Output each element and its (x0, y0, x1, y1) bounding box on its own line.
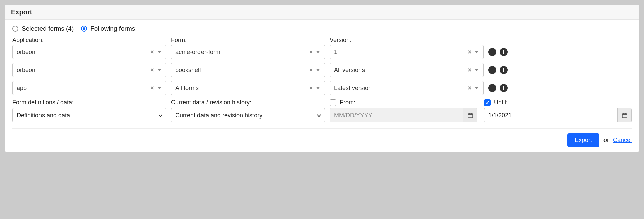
svg-rect-22 (625, 113, 626, 114)
svg-marker-12 (475, 87, 479, 89)
cancel-link[interactable]: Cancel (613, 137, 632, 144)
combo-value: orbeon (17, 67, 148, 74)
application-combo[interactable]: orbeon × (12, 63, 166, 77)
chevron-down-icon (158, 112, 163, 119)
chevron-down-icon[interactable] (315, 51, 321, 53)
application-combo[interactable]: orbeon × (12, 45, 166, 59)
form-combo[interactable]: All forms × (171, 81, 325, 95)
from-date-field (330, 108, 477, 122)
clear-icon[interactable]: × (148, 85, 156, 92)
combo-value: All versions (334, 67, 466, 74)
svg-marker-10 (157, 87, 161, 89)
history-select[interactable]: Current data and revision history (171, 108, 325, 122)
form-combo[interactable]: bookshelf × (171, 63, 325, 77)
options-row: Form definitions / data: Definitions and… (12, 99, 632, 122)
or-text: or (603, 137, 609, 144)
chevron-down-icon[interactable] (473, 87, 480, 89)
add-row-button[interactable] (500, 84, 508, 92)
until-date-input[interactable] (484, 108, 617, 122)
scope-following-forms-radio[interactable]: Following forms: (81, 25, 137, 32)
add-row-button[interactable] (500, 66, 508, 74)
from-checkbox[interactable] (330, 99, 336, 106)
column-headers: Application: Form: Version: (12, 36, 632, 44)
svg-marker-1 (316, 51, 320, 53)
history-label: Current data / revision history: (171, 99, 325, 106)
version-header: Version: (330, 36, 484, 44)
remove-row-button[interactable] (488, 66, 496, 74)
until-label: Until: (494, 99, 508, 106)
svg-rect-17 (469, 113, 470, 114)
from-label: From: (340, 99, 355, 106)
remove-row-button[interactable] (488, 84, 496, 92)
row-actions (488, 48, 518, 56)
form-header: Form: (171, 36, 325, 44)
combo-value: 1 (334, 49, 466, 56)
svg-rect-4 (502, 52, 505, 52)
calendar-icon[interactable] (617, 108, 631, 122)
version-combo[interactable]: Latest version × (330, 81, 484, 95)
svg-marker-5 (157, 69, 161, 71)
svg-marker-11 (316, 87, 320, 89)
combo-value: bookshelf (175, 67, 307, 74)
svg-rect-9 (502, 70, 505, 70)
combo-value: All forms (175, 85, 307, 92)
combo-value: app (17, 85, 148, 92)
defs-label: Form definitions / data: (12, 99, 166, 106)
defs-select[interactable]: Definitions and data (12, 108, 166, 122)
clear-icon[interactable]: × (148, 67, 156, 74)
from-date-input (330, 108, 463, 122)
svg-marker-6 (316, 69, 320, 71)
chevron-down-icon[interactable] (156, 69, 163, 71)
combo-value: orbeon (17, 49, 148, 56)
radio-icon (81, 26, 87, 32)
application-combo[interactable]: app × (12, 81, 166, 95)
calendar-icon[interactable] (463, 108, 477, 122)
svg-rect-21 (623, 113, 624, 114)
svg-rect-14 (502, 88, 505, 88)
chevron-down-icon[interactable] (473, 69, 480, 71)
select-value: Current data and revision history (175, 112, 317, 119)
form-combo[interactable]: acme-order-form × (171, 45, 325, 59)
form-row: app × All forms × Latest version × (12, 81, 632, 95)
remove-row-button[interactable] (488, 48, 496, 56)
clear-icon[interactable]: × (148, 49, 156, 56)
row-actions (488, 84, 518, 92)
radio-label: Selected forms (4) (22, 25, 74, 32)
version-combo[interactable]: All versions × (330, 63, 484, 77)
combo-value: Latest version (334, 85, 466, 92)
chevron-down-icon (317, 112, 321, 119)
chevron-down-icon[interactable] (473, 51, 480, 53)
clear-icon[interactable]: × (466, 67, 473, 74)
chevron-down-icon[interactable] (315, 87, 321, 89)
svg-rect-20 (622, 114, 627, 115)
clear-icon[interactable]: × (466, 49, 473, 56)
scope-radio-group: Selected forms (4) Following forms: (12, 25, 632, 32)
export-button[interactable]: Export (567, 133, 599, 147)
until-checkbox[interactable] (484, 99, 491, 106)
panel-body: Selected forms (4) Following forms: Appl… (5, 20, 639, 152)
until-date-field (484, 108, 632, 122)
clear-icon[interactable]: × (307, 67, 315, 74)
svg-marker-2 (475, 51, 479, 53)
add-row-button[interactable] (500, 48, 508, 56)
export-panel: Export Selected forms (4) Following form… (5, 5, 639, 152)
radio-icon (12, 26, 18, 32)
svg-rect-16 (468, 114, 473, 115)
svg-rect-18 (471, 113, 472, 114)
form-row: orbeon × bookshelf × All versions × (12, 63, 632, 77)
radio-label: Following forms: (90, 25, 137, 32)
chevron-down-icon[interactable] (156, 87, 163, 89)
version-combo[interactable]: 1 × (330, 45, 484, 59)
svg-marker-7 (475, 69, 479, 71)
row-actions (488, 66, 518, 74)
clear-icon[interactable]: × (307, 85, 315, 92)
footer: Export or Cancel (12, 128, 632, 147)
clear-icon[interactable]: × (466, 85, 473, 92)
chevron-down-icon[interactable] (315, 69, 321, 71)
combo-value: acme-order-form (175, 49, 307, 56)
form-row: orbeon × acme-order-form × 1 × (12, 45, 632, 59)
clear-icon[interactable]: × (307, 49, 315, 56)
select-value: Definitions and data (17, 112, 158, 119)
chevron-down-icon[interactable] (156, 51, 163, 53)
scope-selected-forms-radio[interactable]: Selected forms (4) (12, 25, 74, 32)
